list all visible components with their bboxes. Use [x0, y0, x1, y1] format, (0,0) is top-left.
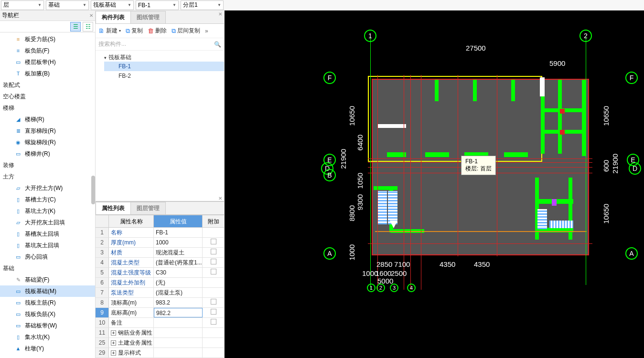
tab-property-list[interactable]: 属性列表	[96, 202, 131, 214]
nav-item[interactable]: ✎基础梁(F)	[0, 274, 95, 285]
tab-layer-manage[interactable]: 图层管理	[130, 202, 166, 214]
checkbox[interactable]	[211, 239, 216, 244]
nav-item[interactable]: ▭楼层板带(H)	[0, 56, 95, 68]
floor-select[interactable]: 层▼	[1, 0, 44, 10]
close-icon[interactable]: ✕	[218, 11, 222, 17]
nav-item[interactable]: ▭筏板主筋(R)	[0, 297, 95, 308]
nav-item-label: 板负筋(F)	[25, 47, 49, 55]
property-row[interactable]: 2厚度(mm)1000	[96, 238, 224, 248]
axis-bubble: 1	[364, 30, 376, 42]
nav-item-label: 基坑灰土回填	[25, 242, 59, 250]
checkbox[interactable]	[211, 319, 216, 325]
copy-icon: ⧉	[126, 27, 130, 35]
dimension: 10650	[602, 106, 610, 126]
expand-icon[interactable]: +	[111, 340, 116, 346]
nav-group[interactable]: 空心楼盖	[0, 91, 95, 102]
axis-bubble: F	[323, 72, 336, 84]
nav-group[interactable]: 楼梯	[0, 102, 95, 114]
more-icon[interactable]: »	[205, 28, 208, 34]
nav-group[interactable]: 装配式	[0, 79, 95, 91]
property-row[interactable]: 9底标高(m)982.2	[96, 308, 224, 318]
property-row[interactable]: 8顶标高(m)983.2	[96, 298, 224, 308]
nav-item[interactable]: ▯基坑土方(K)	[0, 205, 95, 217]
close-icon[interactable]: ✕	[89, 13, 93, 18]
new-icon: 🗎	[98, 27, 105, 34]
layer-select[interactable]: 分层1▼	[181, 0, 224, 10]
component-item[interactable]: FB-1	[104, 62, 224, 71]
close-icon[interactable]: ✕	[218, 196, 222, 201]
checkbox[interactable]	[211, 299, 216, 305]
nav-item[interactable]: ◢楼梯(R)	[0, 114, 95, 125]
dimension: 7100	[394, 260, 410, 268]
dimension: 1000	[348, 244, 356, 260]
tree-root[interactable]: ▾筏板基础	[104, 53, 224, 62]
nav-item[interactable]: ≡板负筋(F)	[0, 45, 95, 56]
nav-item[interactable]: ◉螺旋梯段(R)	[0, 137, 95, 148]
nav-item[interactable]: ▯集水坑(K)	[0, 331, 95, 343]
drawing-canvas[interactable]: 1 2 F F E E D D B A A 1 2 3 4 27500 5900…	[225, 11, 644, 358]
new-button[interactable]: 🗎新建▾	[98, 27, 121, 35]
nav-item-label: 大开挖灰土回填	[25, 219, 65, 227]
nav-item[interactable]: ▱大开挖灰土回填	[0, 217, 95, 228]
dimension: 4350	[474, 260, 490, 268]
property-row[interactable]: 10备注	[96, 318, 224, 328]
checkbox[interactable]	[211, 269, 216, 274]
grid-view-button[interactable]: ☷	[83, 22, 93, 32]
property-row[interactable]: 4混凝土类型(普通砼(坍落度1...	[96, 258, 224, 268]
tab-component-list[interactable]: 构件列表	[96, 11, 131, 23]
checkbox[interactable]	[211, 249, 216, 254]
nav-item[interactable]: ▭筏板负筋(X)	[0, 308, 95, 320]
nav-item[interactable]: T板加腋(B)	[0, 68, 95, 79]
col-extra: 附加	[203, 215, 224, 227]
expand-icon[interactable]: +	[111, 350, 116, 356]
nav-item[interactable]: ▭筏板基础(M)	[0, 285, 95, 297]
type-select[interactable]: 基础▼	[46, 0, 89, 10]
chevron-down-icon: ▼	[83, 3, 86, 7]
nav-item[interactable]: ▭房心回填	[0, 251, 95, 263]
nav-item[interactable]: ≣直形梯段(R)	[0, 125, 95, 137]
nav-group[interactable]: 土方	[0, 171, 95, 182]
component-item[interactable]: FB-2	[104, 71, 224, 81]
nav-item[interactable]: ▭基础板带(W)	[0, 320, 95, 331]
component-search[interactable]: 搜索构件... 🔍	[96, 38, 224, 51]
dimension: 5000	[377, 277, 393, 285]
property-row[interactable]: 1名称FB-1	[96, 228, 224, 238]
checkbox[interactable]	[211, 309, 216, 315]
checkbox[interactable]	[211, 259, 216, 264]
navigator-panel: 导航栏 ✕ ☰ ☷ ≡板受力筋(S)≡板负筋(F)▭楼层板带(H)T板加腋(B)…	[0, 11, 96, 358]
property-row[interactable]: 5混凝土强度等级C30	[96, 268, 224, 278]
nav-item-icon: ▯	[14, 196, 22, 203]
nav-item[interactable]: ▯基坑灰土回填	[0, 240, 95, 251]
property-tabs: 属性列表 图层管理	[96, 201, 224, 215]
nav-item[interactable]: ▯基槽土方(C)	[0, 194, 95, 205]
property-row[interactable]: 11+钢筋业务属性	[96, 328, 224, 338]
stair	[377, 191, 387, 224]
property-row[interactable]: 25+土建业务属性	[96, 338, 224, 348]
nav-item[interactable]: ▭楼梯井(R)	[0, 148, 95, 159]
layer-copy-button[interactable]: ⧉层间复制	[172, 27, 200, 35]
nav-item[interactable]: ▲柱墩(Y)	[0, 343, 95, 354]
nav-item-label: 直形梯段(R)	[25, 127, 56, 135]
copy-button[interactable]: ⧉复制	[126, 27, 143, 35]
delete-button[interactable]: 🗑删除	[148, 27, 167, 35]
navigator-tree[interactable]: ≡板受力筋(S)≡板负筋(F)▭楼层板带(H)T板加腋(B)装配式空心楼盖楼梯◢…	[0, 32, 95, 358]
scrollbar-thumb[interactable]	[91, 176, 95, 204]
subtype-select[interactable]: 筏板基础▼	[91, 0, 134, 10]
layer-copy-icon: ⧉	[172, 27, 176, 35]
list-view-button[interactable]: ☰	[70, 22, 81, 32]
nav-item[interactable]: ▱大开挖土方(W)	[0, 182, 95, 194]
nav-group[interactable]: 基础	[0, 263, 95, 274]
expand-icon[interactable]: +	[111, 330, 116, 336]
nav-group[interactable]: 装修	[0, 159, 95, 171]
nav-item[interactable]: ≡板受力筋(S)	[0, 33, 95, 45]
property-row[interactable]: 6混凝土外加剂(无)	[96, 278, 224, 288]
property-row[interactable]: 29+显示样式	[96, 348, 224, 358]
property-row[interactable]: 7泵送类型(混凝土泵)	[96, 288, 224, 298]
tab-drawing-manage[interactable]: 图纸管理	[130, 11, 166, 23]
tooltip-line2: 楼层: 首层	[465, 165, 492, 173]
dimension: 21900	[611, 154, 619, 174]
item-select[interactable]: FB-1▼	[136, 0, 179, 10]
nav-item[interactable]: ▯基槽灰土回填	[0, 228, 95, 240]
property-row[interactable]: 3材质现浇混凝土	[96, 248, 224, 258]
nav-item-label: 楼梯井(R)	[25, 150, 50, 158]
